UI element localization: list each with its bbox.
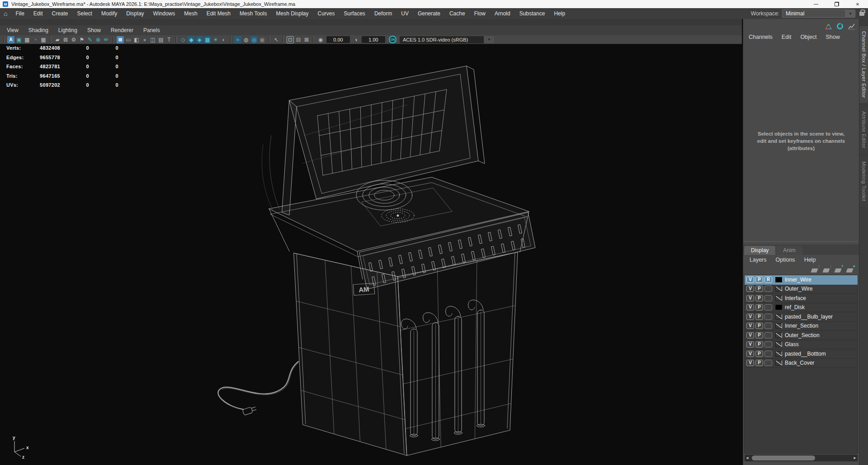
layer-visibility-toggle[interactable]: V [746, 341, 754, 348]
menu-edit[interactable]: Edit [29, 8, 47, 19]
layer-display-mode-toggle[interactable] [764, 295, 772, 301]
layer-menu-options[interactable]: Options [771, 257, 800, 263]
isolate-remove-selected-icon[interactable]: ⊠ [303, 36, 310, 43]
channel-box-menu-show[interactable]: Show [821, 34, 844, 40]
annotate-pencil-icon[interactable]: ✏ [103, 36, 110, 43]
menu-cache[interactable]: Cache [445, 8, 470, 19]
toolbar-separator-handle[interactable] [269, 37, 270, 43]
layer-visibility-toggle[interactable]: V [746, 314, 754, 320]
toolbar-separator-handle[interactable] [3, 37, 5, 43]
display-safe-title-icon[interactable]: ▤ [157, 36, 165, 43]
layer-row[interactable]: VPInner_Section [745, 322, 858, 331]
layer-color-swatch[interactable] [775, 360, 782, 366]
layer-visibility-toggle[interactable]: V [746, 286, 754, 292]
layer-playback-toggle[interactable]: P [755, 351, 763, 357]
menu-create[interactable]: Create [47, 8, 73, 19]
menu-mesh-tools[interactable]: Mesh Tools [235, 8, 271, 19]
gate-mask-icon[interactable]: ▩ [24, 36, 31, 43]
menu-modify[interactable]: Modify [97, 8, 122, 19]
layer-playback-toggle[interactable]: P [755, 360, 763, 366]
menu-help[interactable]: Help [549, 8, 570, 19]
toolbar-separator-handle[interactable] [313, 37, 314, 43]
ocean-vfx-icon[interactable]: ≈ [234, 36, 241, 43]
textured-mode-icon[interactable]: ▩ [204, 36, 211, 43]
layer-visibility-toggle[interactable]: V [746, 351, 754, 357]
menu-flow[interactable]: Flow [470, 8, 490, 19]
layer-visibility-toggle[interactable]: V [746, 332, 754, 338]
tab-display[interactable]: Display [744, 246, 775, 255]
layer-display-mode-toggle[interactable] [764, 341, 772, 348]
panel-menu-renderer[interactable]: Renderer [106, 27, 138, 33]
gamma-field[interactable]: 1.00 [362, 36, 385, 43]
menu-mesh[interactable]: Mesh [179, 8, 202, 19]
resolution-gate-icon[interactable]: ▣ [15, 36, 23, 43]
layer-playback-toggle[interactable]: P [755, 295, 763, 301]
shaded-mode-icon[interactable]: ◆ [188, 36, 195, 43]
layer-playback-toggle[interactable]: P [755, 304, 763, 310]
isolate-add-selected-icon[interactable]: ⊟ [295, 36, 302, 43]
multisample-aa-icon[interactable]: ▣ [259, 36, 266, 43]
panel-menu-show[interactable]: Show [82, 27, 106, 33]
layer-menu-layers[interactable]: Layers [745, 257, 771, 263]
panel-menu-view[interactable]: View [2, 27, 24, 33]
menu-arnold[interactable]: Arnold [490, 8, 515, 19]
layer-display-mode-toggle[interactable] [764, 304, 772, 310]
hypergraph-icon[interactable] [836, 23, 844, 30]
viewport-3d[interactable]: Verts:483240800Edges:965577800Faces:4823… [0, 44, 742, 465]
layer-row[interactable]: VPOuter_Wire [745, 285, 858, 294]
layer-visibility-toggle[interactable]: V [746, 295, 754, 301]
menu-edit-mesh[interactable]: Edit Mesh [202, 8, 235, 19]
toolbar-separator-handle[interactable] [230, 37, 231, 43]
use-all-lights-icon[interactable]: ☀ [212, 36, 219, 43]
exposure-icon[interactable]: ◉ [317, 36, 324, 43]
grid-icon[interactable]: ⊞ [117, 36, 124, 43]
minimize-button[interactable] [806, 0, 826, 8]
panel-menu-lighting[interactable]: Lighting [53, 27, 82, 33]
exposure-field[interactable]: 0.00 [326, 36, 350, 43]
layer-color-swatch[interactable] [775, 305, 782, 310]
channel-box-menu-edit[interactable]: Edit [777, 34, 796, 40]
image-plane-icon[interactable]: ▦ [40, 36, 47, 43]
layer-display-mode-toggle[interactable] [764, 360, 772, 366]
layer-playback-toggle[interactable]: P [755, 341, 763, 348]
menu-display[interactable]: Display [122, 8, 148, 19]
anti-aliasing-icon[interactable]: A [7, 36, 14, 43]
channel-box-menu-object[interactable]: Object [796, 34, 821, 40]
move-layer-down-icon[interactable]: ↓ [823, 267, 831, 272]
menu-generate[interactable]: Generate [413, 8, 445, 19]
layer-menu-help[interactable]: Help [800, 257, 821, 263]
layer-color-swatch[interactable] [775, 323, 782, 329]
channel-box-menu-channels[interactable]: Channels [744, 34, 777, 40]
tab-anim[interactable]: Anim [776, 246, 802, 255]
layer-row[interactable]: VPBack_Cover [745, 359, 858, 368]
layer-color-swatch[interactable] [775, 296, 782, 301]
layer-display-mode-toggle[interactable] [764, 286, 772, 292]
restore-button[interactable] [826, 0, 847, 8]
layer-color-swatch[interactable] [775, 333, 782, 338]
menu-select[interactable]: Select [73, 8, 97, 19]
lock-icon[interactable] [859, 12, 864, 16]
isolate-select-icon[interactable]: ⊡ [287, 36, 294, 43]
layer-row[interactable]: VPref_Disk [745, 303, 858, 313]
graph-editor-icon[interactable] [848, 23, 855, 30]
display-film-gate-icon[interactable]: ▭ [125, 36, 132, 43]
toolbar-separator-handle[interactable] [50, 37, 51, 43]
layer-color-swatch[interactable] [775, 277, 782, 282]
layer-list-horizontal-scrollbar[interactable]: ◄ ► [745, 455, 858, 461]
shadows-icon[interactable]: ◐ [220, 36, 227, 43]
layer-visibility-toggle[interactable]: V [746, 304, 754, 310]
layer-visibility-toggle[interactable]: V [746, 360, 754, 366]
layer-color-swatch[interactable] [775, 286, 782, 291]
contrast-icon[interactable]: ◑ [352, 36, 359, 43]
layer-playback-toggle[interactable]: P [755, 323, 763, 329]
colorspace-select-arrow-icon[interactable]: ▼ [484, 36, 494, 43]
display-speed-icon[interactable] [825, 23, 832, 30]
layer-playback-toggle[interactable]: P [755, 286, 763, 292]
layer-display-mode-toggle[interactable] [764, 332, 772, 338]
side-tab-attribute-editor[interactable]: Attribute Editor [859, 106, 868, 153]
camera-attributes-icon[interactable]: ⚙ [70, 36, 77, 43]
layer-visibility-toggle[interactable]: V [746, 277, 754, 283]
menu-deform[interactable]: Deform [370, 8, 396, 19]
layer-row[interactable]: VPInterface [745, 294, 858, 303]
menu-uv[interactable]: UV [396, 8, 413, 19]
